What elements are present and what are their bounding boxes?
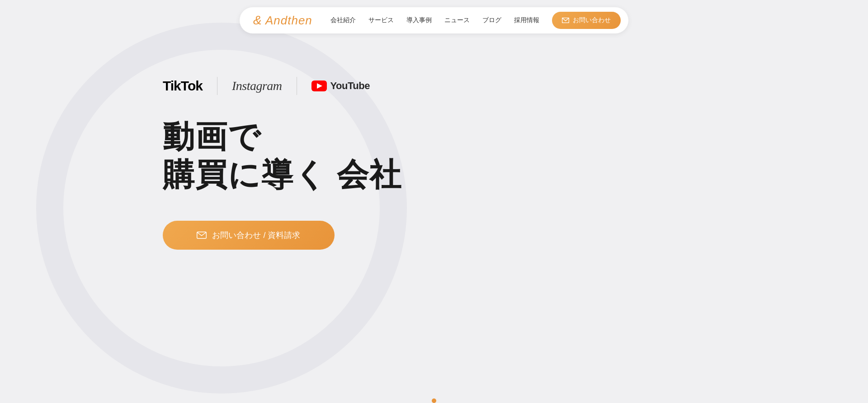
hero-heading: 動画で 購買に導く 会社	[163, 118, 868, 194]
hero-title: 動画で 購買に導く 会社	[163, 118, 868, 194]
nav-company[interactable]: 会社紹介	[330, 16, 356, 24]
nav-container: & Andthen 会社紹介 サービス 導入事例 ニュース ブログ 採用情報 お…	[240, 7, 628, 33]
nav-news[interactable]: ニュース	[444, 16, 470, 24]
nav-blog[interactable]: ブログ	[482, 16, 501, 24]
logo-text: Andthen	[265, 14, 312, 27]
tiktok-logo: TikTok	[163, 78, 203, 94]
hero-title-line1: 動画で	[163, 119, 261, 154]
bottom-dot	[432, 398, 436, 403]
nav-service[interactable]: サービス	[368, 16, 394, 24]
platform-logos: TikTok Instagram YouTube	[163, 77, 868, 95]
divider-2	[297, 77, 297, 95]
nav-cases[interactable]: 導入事例	[406, 16, 432, 24]
instagram-text: Instagram	[232, 79, 282, 93]
divider-1	[217, 77, 217, 95]
tiktok-text: TikTok	[163, 78, 203, 93]
youtube-text: YouTube	[330, 80, 370, 92]
main-nav: 会社紹介 サービス 導入事例 ニュース ブログ 採用情報 お問い合わせ	[330, 12, 621, 29]
cta-label: お問い合わせ / 資料請求	[212, 230, 300, 241]
header: & Andthen 会社紹介 サービス 導入事例 ニュース ブログ 採用情報 お…	[0, 0, 868, 41]
youtube-logo: YouTube	[311, 80, 370, 92]
logo-ampersand: &	[253, 13, 262, 27]
nav-careers[interactable]: 採用情報	[514, 16, 539, 24]
mail-icon	[562, 18, 569, 23]
hero-section: TikTok Instagram YouTube 動画で 購買に導く 会社 お問…	[0, 41, 868, 277]
logo: & Andthen	[253, 13, 312, 28]
instagram-logo: Instagram	[232, 79, 282, 93]
header-contact-button[interactable]: お問い合わせ	[552, 12, 621, 29]
hero-title-line2: 購買に導く 会社	[163, 157, 402, 192]
cta-mail-icon	[197, 232, 207, 239]
cta-button[interactable]: お問い合わせ / 資料請求	[163, 221, 335, 250]
youtube-play-icon	[311, 81, 327, 91]
